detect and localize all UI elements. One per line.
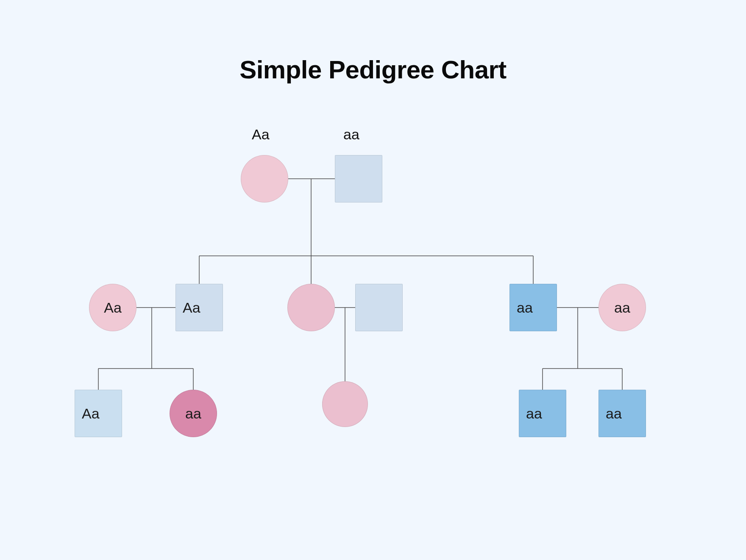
gen2-female-marriedin-left: Aa [89,284,136,331]
genotype-label: aa [343,126,359,143]
gen2-female-marriedin-right: aa [598,284,646,331]
gen1-male [335,155,382,202]
gen3-male-3: aa [519,390,566,437]
pedigree-diagram: Aa aa Aa Aa aa aa Aa aa aa aa [0,0,746,560]
gen2-female-child-2 [287,284,335,331]
genotype-text: aa [517,299,533,316]
gen3-female-1: aa [170,390,217,437]
genotype-text: aa [614,299,630,316]
genotype-text: Aa [183,299,200,316]
genotype-text: Aa [82,405,100,422]
gen1-female [241,155,288,202]
genotype-text: aa [526,405,542,422]
gen2-male-child-1: Aa [175,284,223,331]
genotype-text: aa [606,405,622,422]
genotype-text: Aa [104,299,122,316]
gen3-male-4: aa [598,390,646,437]
gen3-male-1: Aa [75,390,122,437]
gen2-male-marriedin-mid [355,284,403,331]
genotype-label: Aa [252,126,270,143]
gen3-female-2 [322,381,368,427]
genotype-text: aa [185,405,201,422]
gen2-male-child-3: aa [509,284,557,331]
connector-lines [0,0,746,560]
